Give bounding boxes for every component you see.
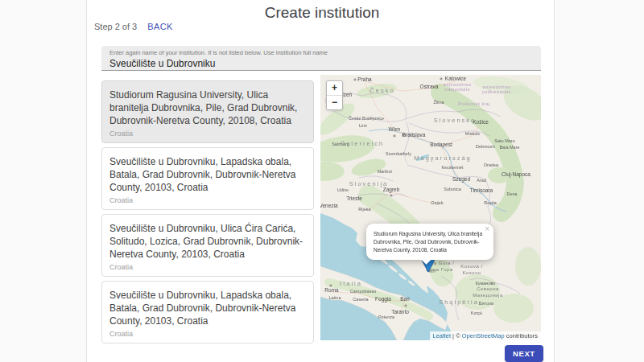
map-city-label: Куманово [476,281,496,286]
map-popup: Studiorum Ragusina University, Ulica bra… [366,224,493,260]
map-city-dot [390,195,393,197]
leaflet-map[interactable]: PrahaPlzeňOstravaKatowiceŽilinaČeské Bud… [320,75,541,340]
map-city-label: Oradea [484,162,499,167]
back-link[interactable]: BACK [147,22,173,31]
zoom-out-button[interactable]: − [327,95,342,109]
map-country-label: Italia [340,280,362,287]
map-city-label: Rijeka [358,207,371,212]
map-city-label: Zagreb [383,187,400,193]
map-city-label: Wien [389,126,401,132]
page-title: Create institution [0,4,644,22]
map-city-dot [405,305,407,307]
map-city-label: Korçë [471,311,482,315]
institution-result-item[interactable]: Sveučilište u Dubrovniku, Lapadska obala… [101,281,314,343]
institution-result-country: Croatia [109,263,306,271]
map-city-label: Arad [477,178,486,183]
map-city-label: Linz [359,123,367,128]
map-city-label: Katowice [445,76,467,81]
osm-link[interactable]: OpenStreetMap [462,332,505,339]
institution-result-item[interactable]: Studiorum Ragusina University, Ulica bra… [101,80,314,143]
map-region-label: małopolskie [444,87,470,92]
institution-name-input[interactable]: Enter again name of your institution. If… [101,46,541,71]
institution-result-text: Sveučilište u Dubrovniku, Ulica Ćira Car… [109,222,306,261]
map-city-label: Trieste [346,195,362,201]
step-label: Step 2 of 3 [94,22,137,31]
map-city-label: České Budějovice [349,116,384,121]
map-city-label: Roma [324,287,339,293]
institution-result-country: Croatia [109,130,306,138]
map-city-label: Ostrava [420,84,439,89]
map-city-label: Miskolc [465,131,481,136]
map-city-label: Venezia [320,203,338,208]
map-country-label: Kosova / [460,264,482,269]
map-city-label: Deva [507,191,518,196]
map-attribution: Leaflet | © OpenStreetMap contributors [430,331,542,340]
map-zoom-control: + − [326,80,343,110]
map-country-label: Shqipëria [439,298,479,306]
map-city-label: Campobasso [350,289,376,294]
map-region-label: podkarpackie [482,89,511,94]
map-city-dot [330,285,332,287]
institution-result-text: Sveučilište u Dubrovniku, Lapadska obala… [109,155,306,194]
map-city-label: Kecskemét [441,165,464,170]
map-country-label: Österreich [341,140,385,147]
map-country-label: Slovensko [434,117,477,124]
map-city-label: Budapest [430,142,452,148]
map-city-label: Foggia [375,296,391,302]
left-gutter [0,0,87,362]
map-city-label: Szeged [452,176,470,183]
institution-result-text: Studiorum Ragusina University, Ulica bra… [109,88,306,127]
institution-result-country: Croatia [109,330,306,338]
map-country-label: Македонија [473,293,503,298]
map-city-label: Bratislava [402,132,426,138]
map-city-dot [394,135,396,138]
zoom-in-button[interactable]: + [327,81,342,95]
map-city-label: Latina [329,295,342,300]
map-city-label: Praha [357,76,372,82]
institution-name-value: Sveučilište u Dubrovniku [109,58,533,69]
map-tiles: PrahaPlzeňOstravaKatowiceŽilinaČeské Bud… [320,75,541,340]
institution-result-text: Sveučilište u Dubrovniku, Lapadska obala… [109,289,306,327]
map-city-label: Taranto [391,309,409,315]
map-region-label: Prešovský kraj [458,101,490,106]
map-city-label: Битола [479,301,494,306]
map-city-label: Žilina [433,99,444,105]
map-country-label: Slovenija [349,180,388,187]
map-city-label: Timișoara [470,187,493,194]
leaflet-link[interactable]: Leaflet [433,332,452,339]
map-city-label: Bari [400,296,410,302]
map-country-label: Česko [369,87,394,94]
institution-result-item[interactable]: Sveučilište u Dubrovniku, Lapadska obala… [101,147,314,210]
map-city-label: Reșița [484,200,497,205]
map-city-label: Subotica [444,187,461,191]
map-city-label: Udine [337,187,349,192]
institution-result-item[interactable]: Sveučilište u Dubrovniku, Ulica Ćira Car… [101,214,314,277]
map-city-dot [440,78,443,80]
map-city-label: Potenza [378,315,395,319]
right-gutter [554,0,644,362]
map-city-label: Caserta [353,297,369,302]
map-city-label: Cluj-Napoca [502,171,530,178]
map-popup-text: Studiorum Ragusina University, Ulica bra… [374,230,482,254]
map-city-dot [354,79,357,81]
map-city-label: Baia Mare [499,145,519,150]
map-city-label: Osijek [431,200,444,205]
map-city-label: Szombathely [386,151,411,156]
institution-name-label: Enter again name of your institution. If… [109,49,533,56]
next-button[interactable]: NEXT [505,345,543,362]
popup-close-icon[interactable]: × [485,225,489,233]
map-city-label: Debrecen [476,144,495,149]
create-institution-page: Create institution Step 2 of 3BACK Enter… [0,0,644,362]
map-country-label: Kosovo [462,270,481,275]
institution-result-country: Croatia [109,196,306,204]
step-indicator: Step 2 of 3BACK [94,22,173,31]
map-country-label: Magyarország [414,154,472,162]
map-city-label: Satu Mare [494,138,514,143]
map-city-label: Maribor [378,169,393,174]
institution-results-list: Studiorum Ragusina University, Ulica bra… [101,80,314,348]
map-country-label: Северна [477,286,499,291]
